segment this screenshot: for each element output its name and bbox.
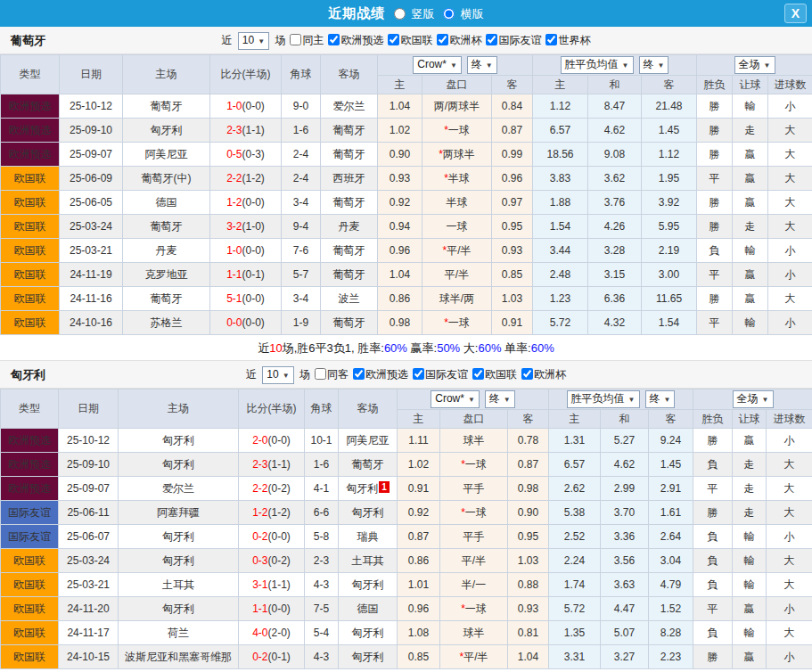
handicap-text: 两球半 (443, 148, 475, 160)
halftime-score: (1-1) (268, 578, 291, 591)
league-filter-option[interactable]: 欧国联 (383, 34, 432, 46)
score-cell: 0-2(0-0) (239, 525, 305, 549)
handicap-result-cell: 贏 (733, 167, 768, 191)
odds-state-select[interactable]: 终▼ (485, 390, 515, 408)
vertical-radio[interactable] (394, 8, 406, 20)
away-team-cell: 葡萄牙 (321, 119, 378, 143)
goals-result-cell: 小 (768, 311, 812, 335)
avg-state-select[interactable]: 终▼ (639, 56, 669, 74)
league-filter-option[interactable]: 欧洲预选 (324, 34, 383, 46)
horizontal-radio[interactable] (443, 8, 455, 20)
home-team-cell: 波斯尼亚和黑塞哥维那 (119, 645, 239, 669)
fulltime-score: 0-2 (252, 651, 267, 663)
column-header: 角球 (305, 389, 339, 429)
handicap-cell: *半球 (422, 167, 492, 191)
avg-draw-cell: 3.62 (588, 167, 642, 191)
avg-home-cell: 1.31 (549, 429, 601, 453)
halftime-score: (0-0) (242, 196, 265, 209)
fulltime-score: 2-3 (252, 458, 267, 471)
league-filter-option[interactable]: 欧国联 (468, 368, 517, 381)
match-count-select[interactable]: 10▼ (238, 32, 269, 50)
league-checkbox[interactable] (521, 368, 533, 380)
league-checkbox[interactable] (353, 368, 365, 380)
score-cell: 1-0(0-0) (210, 94, 282, 119)
handicap-cell: 球半 (440, 429, 508, 453)
handicap-cell: *一球 (422, 119, 492, 143)
away-odds-cell: 0.98 (508, 477, 549, 501)
odds-group-header: Crow*▼终▼ (398, 389, 549, 410)
match-period-select[interactable]: 全场▼ (734, 56, 775, 74)
layout-horizontal-option[interactable]: 横版 (443, 7, 484, 20)
avg-type-select[interactable]: 胜平负均值▼ (561, 56, 634, 74)
avg-home-cell: 3.44 (533, 239, 588, 263)
same-venue-checkbox[interactable] (315, 368, 326, 380)
goals-result-cell: 大 (768, 287, 812, 311)
away-team-cell: 阿美尼亚 (339, 429, 398, 453)
handicap-cell: 平手 (440, 477, 508, 501)
vertical-radio-label: 竖版 (412, 7, 435, 20)
score-cell: 1-2(0-0) (210, 191, 282, 215)
match-count-select[interactable]: 10▼ (262, 366, 293, 384)
league-checkbox[interactable] (472, 368, 484, 380)
date-cell: 24-11-16 (60, 287, 123, 311)
league-filter-option[interactable]: 欧洲预选 (349, 368, 408, 381)
home-team-cell: 葡萄牙 (123, 94, 210, 119)
type-cell: 欧国联 (1, 239, 60, 263)
league-filter-option[interactable]: 国际友谊 (408, 368, 468, 381)
table-row: 欧国联24-11-16葡萄牙5-1(0-0)3-4波兰0.86球半/两1.031… (1, 287, 812, 311)
type-cell: 欧洲预选 (1, 453, 59, 477)
league-checkbox[interactable] (545, 34, 557, 45)
league-checkbox[interactable] (388, 34, 399, 45)
home-team-cell: 葡萄牙 (123, 287, 210, 311)
avg-draw-cell: 3.15 (588, 263, 642, 287)
league-checkbox[interactable] (328, 34, 340, 45)
bookmaker-select[interactable]: Crow*▼ (431, 390, 480, 408)
avg-draw-cell: 3.28 (588, 239, 642, 263)
same-venue-checkbox[interactable] (290, 34, 301, 45)
league-checkbox[interactable] (413, 368, 424, 380)
fulltime-score: 3-2 (226, 220, 242, 233)
selected-value: Crow* (435, 392, 464, 405)
handicap-result-cell: 輸 (733, 94, 768, 119)
summary-segment: 场,胜6平3负1, 胜率: (283, 341, 384, 355)
home-team-cell: 土耳其 (119, 573, 239, 597)
bookmaker-select[interactable]: Crow*▼ (413, 56, 462, 74)
goals-result-cell: 大 (767, 477, 812, 501)
avg-away-cell: 1.54 (642, 311, 697, 335)
avg-state-select[interactable]: 终▼ (645, 390, 676, 408)
corners-cell: 4-1 (305, 477, 339, 501)
away-odds-cell: 0.90 (508, 501, 549, 525)
close-button[interactable]: X (784, 4, 807, 23)
same-venue-option[interactable]: 同客 (310, 368, 349, 381)
league-checkbox[interactable] (437, 34, 448, 45)
layout-vertical-option[interactable]: 竖版 (394, 7, 438, 20)
score-cell: 2-0(0-0) (239, 429, 305, 453)
league-filter-option[interactable]: 欧洲杯 (432, 34, 481, 46)
fulltime-score: 1-0 (226, 100, 242, 112)
avg-away-cell: 3.92 (642, 191, 697, 215)
avg-away-cell: 2.91 (649, 477, 693, 501)
score-cell: 3-2(1-0) (210, 215, 282, 239)
away-team-cell: 爱尔兰 (321, 94, 378, 119)
away-team-cell: 匈牙利 (339, 501, 398, 525)
fulltime-score: 1-0 (226, 244, 242, 257)
league-checkbox[interactable] (486, 34, 497, 45)
result-cell: 勝 (697, 119, 733, 143)
away-team-cell: 葡萄牙 (321, 143, 378, 167)
result-cell: 勝 (693, 429, 733, 453)
match-period-select[interactable]: 全场▼ (733, 390, 774, 408)
league-filter-option[interactable]: 国际友谊 (481, 34, 541, 46)
same-venue-label: 同客 (327, 368, 349, 381)
home-team-cell: 匈牙利 (119, 597, 239, 621)
league-filter-option[interactable]: 世界杯 (541, 34, 590, 46)
avg-draw-cell: 4.47 (601, 597, 649, 621)
result-cell: 勝 (693, 645, 733, 669)
chevron-down-icon: ▼ (764, 61, 771, 70)
same-venue-option[interactable]: 同主 (285, 34, 324, 46)
league-filter-option[interactable]: 欧洲杯 (517, 368, 566, 381)
result-cell: 平 (693, 477, 733, 501)
chevron-down-icon: ▼ (628, 396, 636, 404)
sub-column-header: 进球数 (767, 410, 812, 429)
avg-type-select[interactable]: 胜平负均值▼ (567, 390, 640, 408)
odds-state-select[interactable]: 终▼ (467, 56, 497, 74)
